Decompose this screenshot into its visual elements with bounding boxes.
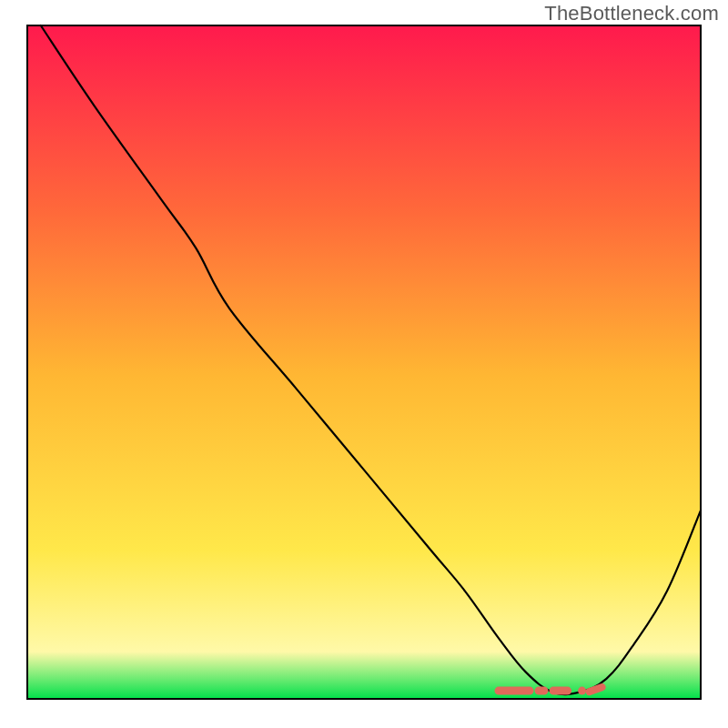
plot-area xyxy=(27,25,701,699)
svg-line-2 xyxy=(590,687,602,692)
svg-point-1 xyxy=(578,687,586,695)
chart-container: TheBottleneck.com xyxy=(0,0,728,728)
chart-svg xyxy=(0,0,728,728)
